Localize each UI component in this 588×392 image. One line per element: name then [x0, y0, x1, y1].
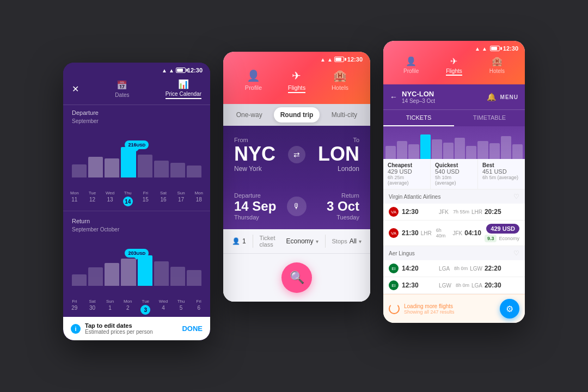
airline-logo-virgin: VA	[389, 207, 399, 217]
nav-hotels[interactable]: 🏨 Hotels	[332, 69, 348, 93]
wifi-icon: ▲	[169, 68, 174, 74]
status-bar-1: ▲ ▲ 12:30	[63, 63, 210, 76]
price-calendar-tab[interactable]: 📊 Price Calendar	[166, 79, 201, 99]
time-display: 12:30	[503, 45, 518, 52]
day-cell[interactable]: Mon2	[120, 299, 136, 315]
flights-label: Flights	[288, 84, 305, 93]
to-city: London	[311, 165, 359, 173]
flights-icon: ✈	[292, 69, 301, 82]
bell-icon[interactable]: 🔔	[487, 93, 496, 101]
signal-icon: ▲	[475, 46, 480, 52]
chart-bar	[385, 146, 396, 159]
day-cell[interactable]: Fri6	[191, 299, 207, 315]
return-chart: 203USD	[63, 248, 210, 297]
footer-info: i Tap to edit dates Estimated prices per…	[71, 322, 153, 335]
return-date-label: Return	[312, 192, 359, 199]
flight-row-aer2[interactable]: EI 12:30 LGW 8h 0m LGA 20:30	[383, 277, 525, 294]
chart-bar-selected	[420, 134, 431, 159]
to-airport: LHR	[471, 209, 482, 215]
aer-depart-time: 14:20	[402, 265, 437, 272]
day-cell[interactable]: Mon18	[191, 191, 207, 206]
dates-tab[interactable]: 📅 Dates	[115, 80, 129, 98]
return-section: Return September October 203USD	[63, 213, 210, 317]
flight-row[interactable]: VA 12:30 JFK 7h 55m LHR 20:25	[383, 204, 525, 220]
nav-flights[interactable]: ✈ Flights	[288, 69, 305, 93]
bar-item	[170, 163, 185, 177]
departure-month: September	[63, 118, 210, 126]
day-cell[interactable]: Fri29	[66, 299, 83, 315]
round-trip-tab[interactable]: Round trip	[274, 107, 319, 122]
mic-button[interactable]: 🎙	[287, 197, 307, 216]
day-cell[interactable]: Sat30	[84, 299, 101, 315]
return-date-day: 3 Oct	[312, 199, 359, 214]
stops-value: All	[350, 237, 357, 245]
day-cell[interactable]: Thu5	[173, 299, 189, 315]
airline-name-aer: Aer Lingus	[389, 250, 415, 256]
aer-from: LGA	[439, 266, 450, 272]
results-header: ▲ ▲ 12:30 👤 Profile ✈ Flights	[383, 41, 525, 84]
timetable-tab[interactable]: TIMETABLE	[454, 110, 525, 126]
ticket-class-option[interactable]: Ticket class Economy ▾	[260, 235, 318, 248]
day-cell[interactable]: Sun17	[173, 191, 189, 206]
tickets-tab[interactable]: TICKETS	[383, 110, 454, 126]
screen-flight-search: ▲ ▲ 12:30 👤 Profile ✈ Flights 🏨	[223, 52, 370, 302]
day-cell[interactable]: Sat16	[155, 191, 171, 206]
day-cell[interactable]: Fri15	[138, 191, 154, 206]
dates-section: Departure 14 Sep Thursday 🎙 Return 3 Oct…	[223, 186, 370, 229]
aer-arrive-2: 20:30	[485, 281, 519, 289]
stops-option[interactable]: Stops All ▾	[332, 235, 362, 248]
return-date-block[interactable]: Return 3 Oct Tuesday	[312, 192, 359, 220]
day-cell-selected[interactable]: Tue3	[138, 299, 154, 315]
flight-info-2: 21:30 LHR 6h 40m JFK 04:10	[402, 228, 481, 238]
day-cell[interactable]: Tue12	[84, 191, 101, 206]
stops-label: Stops	[332, 238, 347, 244]
airline-logo-virgin2: VA	[389, 228, 399, 238]
bar-item-selected	[138, 255, 152, 286]
return-label: Return	[63, 213, 210, 226]
chart-bar	[489, 143, 500, 159]
swap-button[interactable]: ⇄	[288, 146, 305, 163]
chevron-down-icon: ▾	[316, 238, 318, 244]
day-cell[interactable]: Wed4	[155, 299, 171, 315]
calendar-header: ✕ 📅 Dates 📊 Price Calendar	[63, 76, 210, 105]
footer-text: Tap to edit dates Estimated prices per p…	[85, 322, 153, 335]
airline-name-virgin: Virgin Atlantic Airlines	[389, 194, 440, 200]
nav-profile[interactable]: 👤 Profile	[245, 69, 262, 93]
day-cell[interactable]: Mon11	[66, 191, 83, 206]
done-button[interactable]: DONE	[182, 324, 203, 333]
flight-row[interactable]: VA 21:30 LHR 6h 40m JFK 04:10 429 USD 9.…	[383, 220, 525, 246]
multi-city-tab[interactable]: Multi-city	[322, 107, 367, 122]
passengers-option[interactable]: 👤 1	[232, 235, 246, 248]
menu-button[interactable]: MENU	[500, 94, 518, 100]
nav-profile-3[interactable]: 👤 Profile	[403, 56, 419, 76]
depart-time-2: 21:30	[402, 229, 419, 237]
flight-row-aer1[interactable]: EI 14:20 LGA 8h 0m LGW 22:20	[383, 260, 525, 277]
profile-icon: 👤	[247, 69, 260, 82]
from-code: NYC	[234, 144, 283, 164]
aer-from-2: LGW	[439, 283, 451, 289]
filter-button[interactable]: ⚙	[500, 299, 519, 318]
favorite-icon-aer[interactable]: ♡	[513, 249, 519, 257]
nav-hotels-3[interactable]: 🏨 Hotels	[489, 56, 505, 76]
quickest-value: 540 USD	[435, 168, 473, 175]
favorite-icon[interactable]: ♡	[513, 193, 519, 200]
day-cell-selected[interactable]: Thu14	[120, 191, 136, 206]
search-button[interactable]: 🔍	[281, 262, 312, 293]
route-row: From NYC New York ⇄ To LON London	[234, 137, 359, 173]
nav-flights-3[interactable]: ✈ Flights	[446, 56, 462, 76]
close-button[interactable]: ✕	[72, 84, 79, 94]
chart-bar	[443, 143, 454, 159]
bar-item	[187, 166, 201, 177]
screen3-wrapper: ▲ ▲ 12:30 👤 Profile ✈ Flights	[383, 52, 525, 323]
route-actions: 🔔 MENU	[487, 93, 518, 101]
one-way-tab[interactable]: One-way	[226, 107, 272, 122]
chart-bar	[397, 141, 407, 159]
quickest-sub: 5h 10m (average)	[435, 175, 473, 186]
route-text: NYC-LON	[402, 90, 487, 98]
hotels-icon: 🏨	[333, 69, 347, 82]
back-button[interactable]: ←	[390, 93, 397, 101]
day-cell[interactable]: Wed13	[102, 191, 118, 206]
departure-date-block[interactable]: Departure 14 Sep Thursday	[234, 192, 281, 220]
day-cell[interactable]: Sun1	[102, 299, 118, 315]
results-tabs: TICKETS TIMETABLE	[383, 109, 525, 126]
